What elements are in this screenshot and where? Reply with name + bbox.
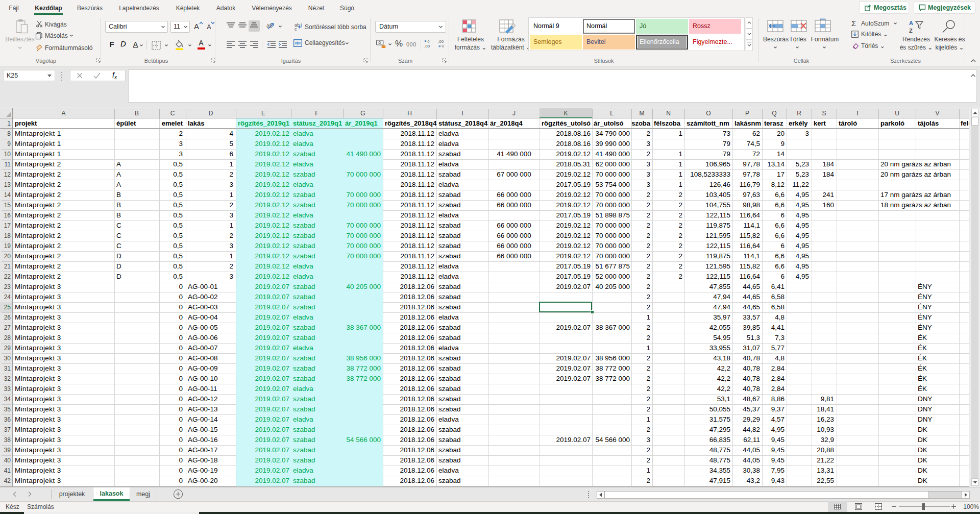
svg-text:c: c	[295, 27, 297, 32]
svg-text:0: 0	[442, 44, 444, 48]
svg-text:Z: Z	[909, 28, 913, 34]
svg-text:A: A	[909, 20, 913, 26]
svg-text:,00: ,00	[438, 39, 444, 44]
svg-text:0: 0	[428, 40, 430, 43]
svg-text:,00: ,00	[424, 44, 430, 48]
